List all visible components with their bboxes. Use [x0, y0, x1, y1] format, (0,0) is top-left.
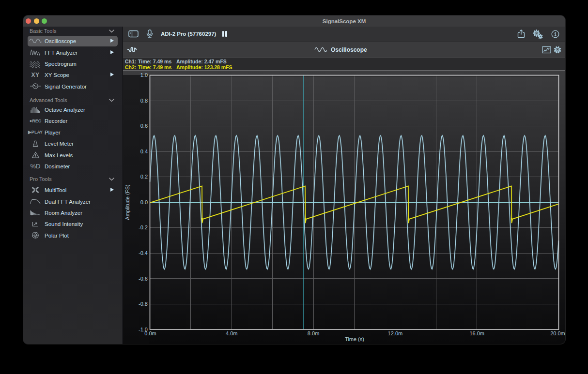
svg-text:-0.6: -0.6: [139, 276, 148, 282]
svg-text:0.0m: 0.0m: [144, 330, 156, 336]
svg-text:0.8: 0.8: [140, 98, 148, 104]
svg-text:12.0m: 12.0m: [388, 330, 403, 336]
svg-text:16.0m: 16.0m: [469, 330, 484, 336]
svg-text:0.0: 0.0: [140, 199, 148, 205]
svg-text:-0.8: -0.8: [139, 301, 148, 307]
svg-text:-0.4: -0.4: [139, 250, 148, 256]
svg-text:0.4: 0.4: [140, 149, 148, 154]
svg-text:4.0m: 4.0m: [226, 330, 237, 336]
svg-text:0.6: 0.6: [140, 123, 148, 129]
svg-text:8.0m: 8.0m: [308, 330, 319, 336]
svg-text:20.0m: 20.0m: [550, 330, 565, 336]
svg-text:Time (s): Time (s): [345, 336, 364, 342]
svg-text:-0.2: -0.2: [139, 224, 148, 230]
svg-text:0.2: 0.2: [140, 174, 148, 180]
svg-text:Amplitude (FS): Amplitude (FS): [124, 184, 130, 220]
svg-text:1.0: 1.0: [140, 72, 148, 78]
